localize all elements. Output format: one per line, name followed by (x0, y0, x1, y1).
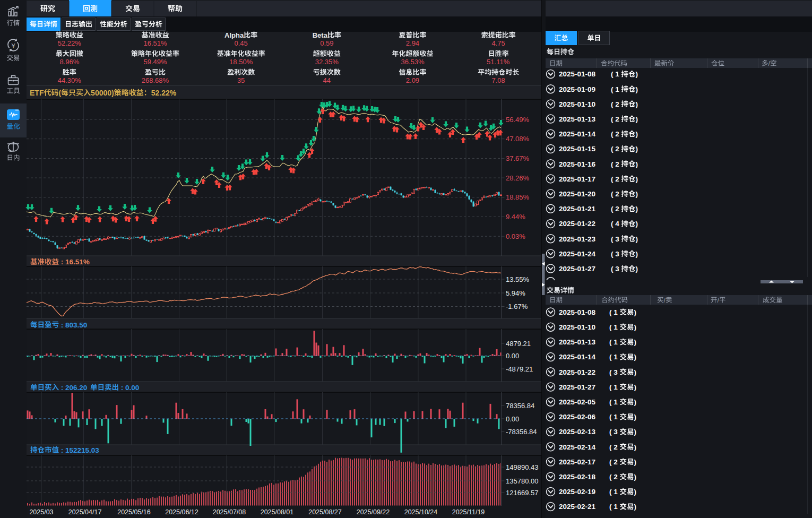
svg-text:2025-01-10: 2025-01-10 (559, 100, 595, 108)
svg-text:2025-01-13: 2025-01-13 (559, 338, 596, 346)
svg-text:13.55%: 13.55% (506, 275, 530, 283)
svg-text:): ) (636, 130, 638, 138)
svg-text:): ) (634, 338, 637, 346)
svg-text:2025/04/17: 2025/04/17 (68, 508, 102, 516)
svg-text:2025-02-05: 2025-02-05 (559, 398, 596, 406)
svg-text:2025-02-13: 2025-02-13 (559, 428, 596, 436)
svg-text:2025-01-14: 2025-01-14 (559, 353, 596, 361)
svg-text:ETF: ETF (30, 89, 44, 97)
svg-text:/: / (664, 297, 666, 304)
svg-text:2025/10/24: 2025/10/24 (404, 508, 438, 516)
svg-text:59.49%: 59.49% (144, 58, 168, 66)
svg-text:2025/06/12: 2025/06/12 (165, 508, 198, 516)
svg-text:Alpha: Alpha (224, 31, 244, 39)
svg-text:): ) (636, 265, 638, 273)
svg-text:2025-02-18: 2025-02-18 (559, 473, 596, 481)
svg-text:44: 44 (323, 76, 331, 84)
svg-text:5.94%: 5.94% (506, 289, 525, 297)
svg-text:): ) (634, 413, 637, 421)
svg-text:): ) (636, 100, 638, 108)
svg-text:0.00: 0.00 (506, 415, 519, 423)
svg-text:37.67%: 37.67% (506, 154, 530, 162)
svg-text:2025-02-17: 2025-02-17 (559, 458, 595, 466)
svg-text:0.59: 0.59 (320, 39, 333, 47)
svg-text:-4879.21: -4879.21 (506, 365, 533, 373)
svg-text:): ) (634, 308, 637, 316)
svg-text:2025-01-22: 2025-01-22 (559, 220, 595, 228)
svg-text:32.35%: 32.35% (315, 58, 339, 66)
svg-text:): ) (634, 368, 637, 376)
svg-text:( 2: ( 2 (611, 115, 621, 123)
svg-text:0.45: 0.45 (235, 39, 248, 47)
svg-text:( 2: ( 2 (611, 145, 621, 153)
svg-text:2025-01-10: 2025-01-10 (559, 323, 595, 331)
svg-text:): ) (636, 250, 638, 258)
svg-text:52.22%: 52.22% (58, 39, 82, 47)
svg-text:78356.84: 78356.84 (506, 402, 534, 410)
svg-text:2025-01-08: 2025-01-08 (559, 70, 596, 78)
svg-text:(: ( (58, 89, 61, 97)
svg-text:): ) (636, 160, 638, 168)
svg-text:2025-02-14: 2025-02-14 (559, 443, 596, 451)
svg-text:( 4: ( 4 (611, 220, 621, 228)
svg-text:2025-01-08: 2025-01-08 (559, 308, 596, 316)
svg-text:2025/07/08: 2025/07/08 (213, 508, 246, 516)
svg-text:2025-01-22: 2025-01-22 (559, 368, 595, 376)
svg-text:36.53%: 36.53% (401, 58, 425, 66)
svg-text:( 2: ( 2 (609, 458, 620, 466)
svg-text:47.08%: 47.08% (506, 135, 530, 143)
svg-text:4879.21: 4879.21 (506, 340, 531, 348)
svg-text:56.49%: 56.49% (506, 116, 530, 124)
svg-text:): ) (636, 115, 638, 123)
svg-text:2025-01-21: 2025-01-21 (559, 205, 596, 213)
svg-text:Beta: Beta (313, 31, 328, 39)
svg-text:35: 35 (237, 76, 245, 84)
svg-text:): ) (634, 428, 637, 436)
svg-text:2025-01-14: 2025-01-14 (559, 130, 596, 138)
svg-text:( 2: ( 2 (609, 443, 620, 451)
svg-text:): ) (636, 85, 638, 93)
svg-text:52.22%: 52.22% (151, 89, 177, 97)
svg-text:): ) (636, 235, 638, 243)
svg-text:( 2: ( 2 (611, 100, 621, 108)
svg-text:18.85%: 18.85% (506, 193, 530, 201)
svg-text:): ) (636, 70, 638, 78)
svg-text:2025-01-27: 2025-01-27 (559, 265, 595, 273)
svg-text:2.09: 2.09 (406, 76, 419, 84)
svg-text:( 2: ( 2 (611, 160, 621, 168)
svg-text:( 1: ( 1 (611, 85, 621, 93)
svg-text:2025-01-20: 2025-01-20 (559, 190, 595, 198)
svg-text:0.03%: 0.03% (506, 232, 525, 240)
svg-text:( 1: ( 1 (609, 413, 620, 421)
svg-text:( 2: ( 2 (611, 175, 621, 183)
svg-text:149890.43: 149890.43 (506, 463, 538, 471)
svg-text:268.68%: 268.68% (142, 76, 169, 84)
svg-text:2025-01-16: 2025-01-16 (559, 160, 596, 168)
svg-text:2.94: 2.94 (406, 39, 419, 47)
svg-text:: 803.50: : 803.50 (59, 321, 87, 329)
svg-text:: 206.20: : 206.20 (59, 384, 87, 392)
svg-text:2025-01-15: 2025-01-15 (559, 145, 596, 153)
svg-text:44.30%: 44.30% (58, 76, 82, 84)
svg-text:): ) (636, 205, 638, 213)
svg-text:( 1: ( 1 (611, 70, 621, 78)
svg-text:( 1: ( 1 (609, 338, 620, 346)
svg-text:( 2: ( 2 (611, 205, 621, 213)
svg-text:2025-01-09: 2025-01-09 (559, 85, 595, 93)
svg-text:2025-02-06: 2025-02-06 (559, 413, 596, 421)
svg-text:¥: ¥ (11, 42, 15, 50)
svg-text:( 3: ( 3 (609, 368, 620, 376)
svg-text:): ) (634, 443, 637, 451)
svg-text:50000): 50000) (91, 89, 114, 97)
svg-text:/: / (718, 297, 720, 304)
svg-text:( 1: ( 1 (609, 398, 620, 406)
svg-text:2025/08/01: 2025/08/01 (261, 508, 294, 516)
svg-text:): ) (634, 488, 637, 496)
svg-text:-1.67%: -1.67% (506, 303, 528, 310)
svg-text:( 3: ( 3 (611, 250, 621, 258)
svg-text:/: / (768, 60, 771, 67)
svg-text:135780.00: 135780.00 (506, 477, 538, 485)
svg-text:7.08: 7.08 (492, 76, 505, 84)
svg-text:0.00: 0.00 (506, 352, 519, 360)
svg-text:2025/11/19: 2025/11/19 (452, 508, 485, 516)
